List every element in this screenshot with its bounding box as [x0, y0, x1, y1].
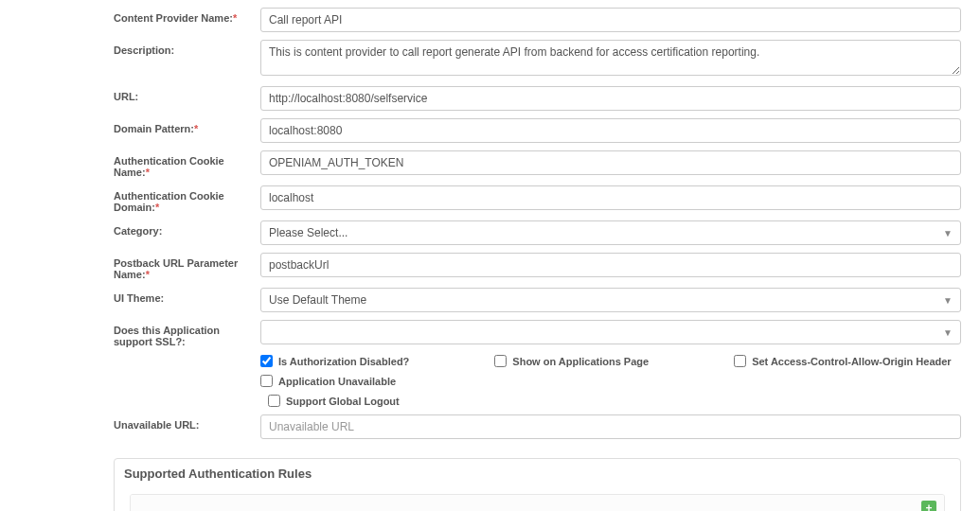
- auth-cookie-name-input[interactable]: [260, 150, 961, 175]
- chevron-down-icon: ▼: [943, 295, 953, 306]
- ui-theme-select[interactable]: Use Default Theme ▼: [260, 288, 961, 312]
- support-global-logout-checkbox[interactable]: [268, 395, 280, 407]
- auth-cookie-domain-input[interactable]: [260, 185, 961, 210]
- required-marker: *: [233, 12, 237, 24]
- required-marker: *: [146, 167, 150, 178]
- postback-url-param-label: Postback URL Parameter Name:*: [114, 253, 260, 280]
- plus-icon: +: [925, 502, 932, 511]
- url-label: URL:: [114, 86, 260, 102]
- support-global-logout-label: Support Global Logout: [286, 396, 400, 407]
- set-cors-checkbox-wrap[interactable]: Set Access-Control-Allow-Origin Header: [734, 355, 951, 367]
- postback-url-param-input[interactable]: [260, 253, 961, 277]
- unavailable-url-label: Unavailable URL:: [114, 414, 260, 431]
- is-auth-disabled-checkbox-wrap[interactable]: Is Authorization Disabled?: [260, 355, 409, 367]
- auth-cookie-name-label: Authentication Cookie Name:*: [114, 150, 260, 178]
- domain-pattern-label: Domain Pattern:*: [114, 118, 260, 134]
- required-marker: *: [146, 269, 150, 280]
- show-on-apps-label: Show on Applications Page: [512, 356, 649, 367]
- show-on-apps-checkbox-wrap[interactable]: Show on Applications Page: [494, 355, 649, 367]
- app-unavailable-checkbox[interactable]: [260, 375, 273, 387]
- required-marker: *: [194, 123, 198, 134]
- ssl-support-label: Does this Application support SSL?:: [114, 320, 260, 347]
- support-global-logout-checkbox-wrap[interactable]: Support Global Logout: [268, 395, 961, 407]
- app-unavailable-label: Application Unavailable: [278, 376, 396, 387]
- is-auth-disabled-label: Is Authorization Disabled?: [278, 356, 409, 367]
- set-cors-label: Set Access-Control-Allow-Origin Header: [752, 356, 951, 367]
- category-selected-value: Please Select...: [269, 226, 347, 239]
- unavailable-url-input[interactable]: [260, 414, 961, 439]
- ui-theme-selected-value: Use Default Theme: [269, 293, 366, 307]
- category-select[interactable]: Please Select... ▼: [260, 220, 961, 245]
- auth-rules-title: Supported Authentication Rules: [124, 467, 951, 481]
- is-auth-disabled-checkbox[interactable]: [260, 355, 273, 367]
- set-cors-checkbox[interactable]: [734, 355, 746, 367]
- auth-rules-section: Supported Authentication Rules + Authent…: [114, 458, 961, 511]
- description-label: Description:: [114, 40, 260, 56]
- description-textarea[interactable]: This is content provider to call report …: [260, 40, 961, 76]
- auth-rules-panel: + Authentication Rule Actions Def. Passw…: [130, 494, 945, 511]
- chevron-down-icon: ▼: [943, 327, 953, 338]
- content-provider-name-label: Content Provider Name:*: [114, 8, 260, 24]
- auth-cookie-domain-label: Authentication Cookie Domain:*: [114, 185, 260, 213]
- category-label: Category:: [114, 220, 260, 237]
- url-input[interactable]: [260, 86, 961, 111]
- ssl-support-select[interactable]: ▼: [260, 320, 961, 344]
- ui-theme-label: UI Theme:: [114, 288, 260, 304]
- add-auth-rule-button[interactable]: +: [921, 501, 936, 511]
- required-marker: *: [155, 202, 159, 213]
- show-on-apps-checkbox[interactable]: [494, 355, 507, 367]
- app-unavailable-checkbox-wrap[interactable]: Application Unavailable: [260, 375, 396, 387]
- domain-pattern-input[interactable]: [260, 118, 961, 143]
- content-provider-name-input[interactable]: [260, 8, 961, 32]
- chevron-down-icon: ▼: [943, 228, 953, 238]
